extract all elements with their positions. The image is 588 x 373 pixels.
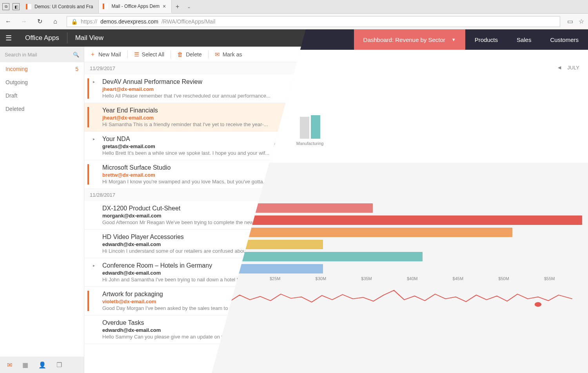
new-mail-button[interactable]: ＋New Mail xyxy=(90,51,121,58)
nav-sales[interactable]: Sales xyxy=(507,29,541,50)
forward-button[interactable]: → xyxy=(20,18,28,25)
expand-icon[interactable]: ▸ xyxy=(93,136,98,156)
prev-arrow-icon[interactable]: ◀ xyxy=(558,65,561,70)
home-button[interactable]: ⌂ xyxy=(51,18,60,25)
expand-icon[interactable] xyxy=(93,291,98,311)
mail-sidebar: Search in Mail 🔍 Incoming5OutgoingDraftD… xyxy=(0,47,84,373)
tasks-icon[interactable]: ❐ xyxy=(56,361,62,369)
lock-icon: 🔒 xyxy=(71,18,78,25)
new-tab-button[interactable]: + xyxy=(172,0,183,13)
folder-draft[interactable]: Draft xyxy=(0,89,84,102)
list-icon: ☰ xyxy=(134,51,139,58)
date-label: JULY xyxy=(567,65,579,71)
bar xyxy=(311,115,320,139)
trash-icon: 🗑 xyxy=(177,51,183,58)
envelope-open-icon: ✉ xyxy=(215,51,220,58)
folder-incoming[interactable]: Incoming5 xyxy=(0,62,84,76)
view-name: Mail View xyxy=(67,34,111,42)
back-button[interactable]: ← xyxy=(4,18,13,25)
window-layout-icon[interactable]: ⧉ xyxy=(2,3,9,10)
close-icon[interactable]: × xyxy=(163,3,166,9)
window-sidebar-icon[interactable]: ◧ xyxy=(13,3,20,10)
mail-icon[interactable]: ✉ xyxy=(7,361,12,369)
expand-icon[interactable] xyxy=(93,107,98,127)
favicon-icon xyxy=(103,4,108,9)
search-input[interactable]: Search in Mail 🔍 xyxy=(0,47,84,62)
delete-button[interactable]: 🗑Delete xyxy=(177,51,201,58)
dashboard-dropdown[interactable]: Dashboard: Revenue by Sector ▼ xyxy=(354,29,465,50)
expand-icon[interactable] xyxy=(93,205,98,225)
favorite-icon[interactable]: ☆ xyxy=(579,18,584,25)
browser-tab-0[interactable]: Demos: UI Controls and Fra xyxy=(22,0,99,13)
expand-icon[interactable]: ▸ xyxy=(93,262,98,282)
expand-icon[interactable] xyxy=(93,319,98,340)
nav-customers[interactable]: Customers xyxy=(541,29,588,50)
expand-icon[interactable] xyxy=(93,164,98,185)
app-name: Office Apps xyxy=(17,34,67,42)
menu-icon[interactable]: ☰ xyxy=(0,34,17,42)
refresh-button[interactable]: ↻ xyxy=(35,18,44,25)
category-label: Manufacturing xyxy=(296,141,324,146)
browser-tab-1[interactable]: Mail - Office Apps Dem × xyxy=(99,0,172,13)
expand-icon[interactable]: ▸ xyxy=(93,78,98,99)
browser-titlebar: ⧉ ◧ Demos: UI Controls and Fra Mail - Of… xyxy=(0,0,588,14)
calendar-icon[interactable]: ▦ xyxy=(22,361,28,369)
favicon-icon xyxy=(26,4,31,9)
search-icon[interactable]: 🔍 xyxy=(73,52,79,58)
svg-point-0 xyxy=(535,302,542,307)
reading-view-icon[interactable]: ▭ xyxy=(567,18,573,25)
url-input[interactable]: 🔒 https://demos.devexpress.com/RWA/Offic… xyxy=(67,16,560,27)
tab-overflow-icon[interactable]: ⌄ xyxy=(183,0,195,13)
folder-outgoing[interactable]: Outgoing xyxy=(0,76,84,89)
contacts-icon[interactable]: 👤 xyxy=(38,361,46,369)
bottom-nav: ✉ ▦ 👤 ❐ xyxy=(0,357,84,373)
mark-as-button[interactable]: ✉Mark as xyxy=(215,51,242,58)
chevron-down-icon: ▼ xyxy=(452,37,456,42)
browser-addressbar: ← → ↻ ⌂ 🔒 https://demos.devexpress.com/R… xyxy=(0,14,588,29)
select-all-button[interactable]: ☰Select All xyxy=(134,51,165,58)
expand-icon[interactable] xyxy=(93,234,98,254)
bar-group: Manufacturing xyxy=(296,86,324,146)
tab-title: Demos: UI Controls and Fra xyxy=(34,4,93,9)
tab-title: Mail - Office Apps Dem xyxy=(111,4,159,9)
folder-deleted[interactable]: Deleted xyxy=(0,102,84,116)
plus-icon: ＋ xyxy=(90,51,96,58)
nav-products[interactable]: Products xyxy=(465,29,507,50)
bar xyxy=(300,117,309,139)
